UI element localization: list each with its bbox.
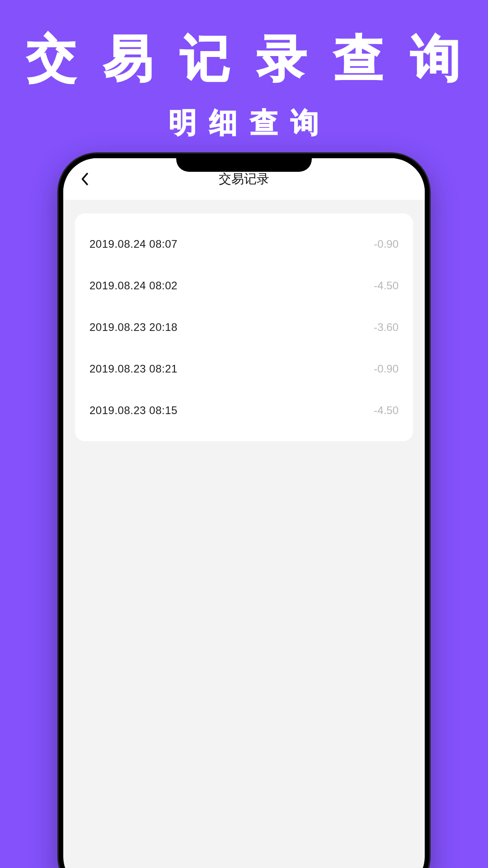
phone-screen: 交易记录 2019.08.24 08:07 -0.90 2019.08.24 0… [63, 158, 425, 868]
transaction-datetime: 2019.08.24 08:07 [89, 238, 178, 250]
transaction-amount: -4.50 [374, 404, 399, 417]
hero-subtitle: 明细查询 [0, 104, 488, 142]
list-item[interactable]: 2019.08.23 08:15 -4.50 [89, 390, 399, 431]
transaction-datetime: 2019.08.23 08:21 [89, 363, 178, 375]
transaction-amount: -3.60 [374, 321, 399, 334]
transaction-datetime: 2019.08.24 08:02 [89, 279, 178, 292]
hero-title: 交易记录查询 [0, 25, 488, 92]
list-item[interactable]: 2019.08.23 08:21 -0.90 [89, 348, 399, 390]
list-item[interactable]: 2019.08.24 08:07 -0.90 [89, 223, 399, 265]
transaction-datetime: 2019.08.23 20:18 [89, 321, 178, 334]
list-item[interactable]: 2019.08.24 08:02 -4.50 [89, 265, 399, 307]
app-header: 交易记录 [63, 158, 425, 200]
chevron-left-icon [80, 172, 89, 186]
page-title: 交易记录 [219, 170, 269, 188]
phone-frame: 交易记录 2019.08.24 08:07 -0.90 2019.08.24 0… [59, 154, 429, 868]
list-item[interactable]: 2019.08.23 20:18 -3.60 [89, 307, 399, 348]
transaction-amount: -0.90 [374, 238, 399, 250]
transaction-datetime: 2019.08.23 08:15 [89, 404, 178, 417]
back-button[interactable] [78, 172, 91, 186]
transaction-amount: -4.50 [374, 279, 399, 292]
transaction-list: 2019.08.24 08:07 -0.90 2019.08.24 08:02 … [75, 213, 413, 441]
transaction-amount: -0.90 [374, 363, 399, 375]
